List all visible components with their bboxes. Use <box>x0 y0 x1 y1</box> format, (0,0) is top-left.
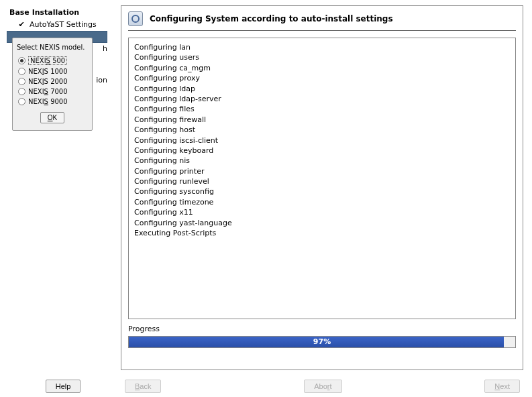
radio-label: NEXIS 500 <box>28 56 67 65</box>
check-icon: ✔ <box>17 20 25 29</box>
log-line: Configuring users <box>134 52 510 62</box>
log-line: Configuring ca_mgm <box>134 63 510 73</box>
bottom-button-bar: Help Back Abort Next <box>0 380 532 393</box>
log-line: Configuring ldap <box>134 84 510 94</box>
log-line: Configuring x11 <box>134 207 510 217</box>
header: Configuring System according to auto-ins… <box>128 11 516 31</box>
log-line: Configuring timezone <box>134 197 510 207</box>
main-panel: Configuring System according to auto-ins… <box>121 5 523 370</box>
log-line: Configuring firewall <box>134 115 510 125</box>
abort-button: Abort <box>304 380 341 393</box>
radio-label: NEXIS 1000 <box>28 68 68 75</box>
radio-option[interactable]: NEXIS 7000 <box>17 87 88 97</box>
next-button: Next <box>484 380 520 393</box>
dialog-label: Select NEXIS model. <box>17 44 88 51</box>
radio-icon <box>18 68 25 75</box>
log-line: Configuring ldap-server <box>134 94 510 104</box>
radio-icon <box>18 78 25 85</box>
progress-label: Progress <box>128 325 516 333</box>
log-line: Configuring files <box>134 104 510 114</box>
radio-option[interactable]: NEXIS 1000 <box>17 66 88 76</box>
configure-icon <box>128 11 143 26</box>
progress-bar: 97% <box>128 336 516 348</box>
radio-icon <box>18 88 25 95</box>
log-line: Configuring runlevel <box>134 176 510 186</box>
sidebar-item-label: AutoYaST Settings <box>30 20 97 29</box>
radio-option[interactable]: NEXIS 9000 <box>17 97 88 107</box>
select-model-dialog: Select NEXIS model. NEXIS 500NEXIS 1000N… <box>12 38 93 131</box>
log-line: Configuring keyboard <box>134 146 510 156</box>
radio-label: NEXIS 7000 <box>28 88 68 95</box>
radio-label: NEXIS 2000 <box>28 78 68 85</box>
radio-option[interactable]: NEXIS 500 <box>17 55 88 66</box>
radio-option[interactable]: NEXIS 2000 <box>17 76 88 87</box>
radio-icon <box>18 98 25 105</box>
sidebar-title: Base Installation <box>7 8 107 17</box>
back-button: Back <box>125 380 161 393</box>
log-line: Configuring nis <box>134 156 510 166</box>
help-button[interactable]: Help <box>46 380 81 393</box>
log-line: Configuring host <box>134 125 510 135</box>
log-line: Configuring proxy <box>134 73 510 83</box>
log-line: Configuring yast-language <box>134 218 510 228</box>
log-line: Executing Post-Scripts <box>134 228 510 238</box>
ok-button[interactable]: OK <box>40 112 64 123</box>
log-line: Configuring iscsi-client <box>134 135 510 146</box>
radio-icon <box>18 57 25 64</box>
page-title: Configuring System according to auto-ins… <box>150 14 393 23</box>
progress-text: 97% <box>129 337 515 346</box>
radio-label: NEXIS 9000 <box>28 98 68 105</box>
log-line: Configuring sysconfig <box>134 186 510 196</box>
log-output: Configuring lanConfiguring usersConfigur… <box>128 38 516 319</box>
sidebar-item-autoyast: ✔ AutoYaST Settings <box>7 19 107 30</box>
log-line: Configuring printer <box>134 166 510 176</box>
log-line: Configuring lan <box>134 42 510 52</box>
